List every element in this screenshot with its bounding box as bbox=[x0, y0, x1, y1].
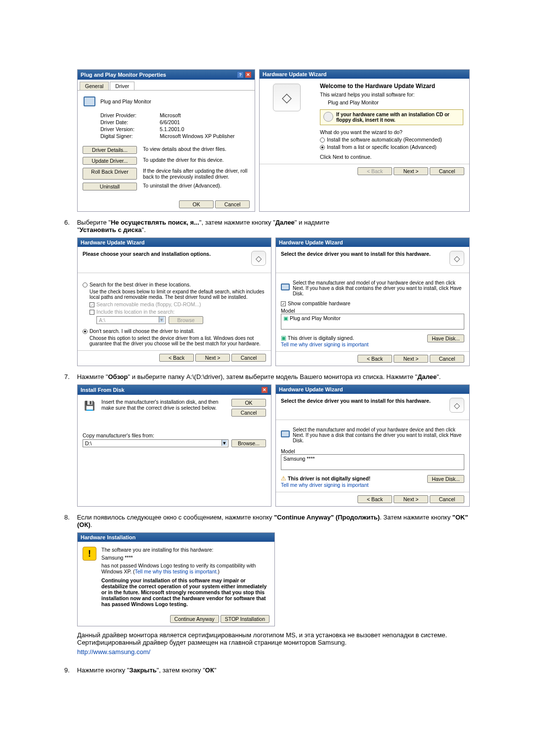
check-include-location: Include this location in the search: bbox=[83, 309, 266, 315]
hardware-update-wizard-search: Hardware Update Wizard Please choose you… bbox=[77, 237, 271, 366]
model-listbox[interactable]: Samsung **** bbox=[281, 454, 464, 470]
ok-button[interactable]: OK bbox=[179, 200, 214, 208]
window-title: Hardware Update Wizard bbox=[81, 239, 145, 245]
driver-details-desc: To view details about the driver files. bbox=[137, 146, 250, 154]
model-label: Model bbox=[281, 308, 464, 314]
copy-from-input[interactable]: D:\ bbox=[83, 439, 228, 447]
radio-search-locations[interactable]: Search for the best driver in these loca… bbox=[83, 282, 266, 287]
cancel-button[interactable]: Cancel bbox=[231, 409, 266, 417]
rollback-driver-button[interactable]: Roll Back Driver bbox=[83, 168, 137, 180]
help-icon[interactable]: ? bbox=[237, 71, 244, 78]
titlebar: Plug and Play Monitor Properties ? ✕ bbox=[78, 70, 255, 80]
driver-details-button[interactable]: Driver Details... bbox=[83, 146, 137, 154]
signed-text: This driver is digitally signed. bbox=[288, 335, 354, 341]
ok-button[interactable]: OK bbox=[231, 399, 266, 407]
wizard-icon: ◇ bbox=[273, 84, 301, 111]
dont-search-desc: Choose this option to select the device … bbox=[83, 335, 266, 346]
instruction-step-9: 9. Нажмите кнопку "Закрыть", затем кнопк… bbox=[77, 666, 470, 674]
radio-dont-search[interactable]: Don't search. I will choose the driver t… bbox=[83, 328, 266, 334]
next-button[interactable]: Next > bbox=[195, 354, 230, 362]
update-driver-desc: To update the driver for this device. bbox=[137, 157, 250, 165]
titlebar: Hardware Update Wizard bbox=[260, 70, 469, 79]
provider-value: Microsoft bbox=[160, 112, 181, 118]
back-button: < Back bbox=[357, 167, 392, 175]
window-title: Hardware Update Wizard bbox=[279, 386, 343, 392]
tell-me-link[interactable]: Tell me why driver signing is important bbox=[281, 482, 368, 488]
instruction-step-7: 7. Нажмите "Обзор" и выберите папку A:\(… bbox=[77, 373, 470, 380]
cd-icon bbox=[323, 112, 333, 122]
back-button[interactable]: < Back bbox=[159, 354, 194, 362]
wizard-header: Select the device driver you want to ins… bbox=[281, 251, 431, 257]
radio-list-location[interactable]: Install from a list or specific location… bbox=[320, 144, 463, 150]
cancel-button[interactable]: Cancel bbox=[231, 354, 266, 362]
stop-installation-button[interactable]: STOP Installation bbox=[221, 615, 269, 623]
tell-me-link[interactable]: Tell me why driver signing is important bbox=[281, 341, 368, 347]
date-label: Driver Date: bbox=[100, 119, 160, 125]
provider-label: Driver Provider: bbox=[100, 112, 160, 118]
model-label: Model bbox=[281, 448, 464, 454]
wizard-instr: Select the manufacturer and model of you… bbox=[293, 427, 464, 443]
warning-icon: ⚠ bbox=[281, 475, 286, 482]
next-button[interactable]: Next > bbox=[394, 167, 428, 175]
uninstall-button[interactable]: Uninstall bbox=[83, 183, 137, 190]
cancel-button[interactable]: Cancel bbox=[430, 355, 464, 363]
tab-driver[interactable]: Driver bbox=[110, 82, 134, 90]
tab-general[interactable]: General bbox=[80, 82, 109, 90]
hw-device: Samsung **** bbox=[101, 555, 269, 561]
shield-icon: ▣ bbox=[281, 334, 286, 341]
wizard-question: What do you want the wizard to do? bbox=[320, 129, 463, 135]
continue-anyway-button[interactable]: Continue Anyway bbox=[170, 615, 219, 623]
version-label: Driver Version: bbox=[100, 126, 160, 132]
wizard-heading: Welcome to the Hardware Update Wizard bbox=[320, 83, 463, 90]
hardware-update-wizard-select-compat: Hardware Update Wizard Select the device… bbox=[275, 237, 470, 366]
cd-hint-box: If your hardware came with an installati… bbox=[320, 109, 463, 125]
update-driver-button[interactable]: Update Driver... bbox=[83, 157, 137, 165]
device-icon bbox=[281, 280, 290, 294]
window-title: Hardware Update Wizard bbox=[279, 239, 343, 245]
cancel-button[interactable]: Cancel bbox=[430, 495, 464, 503]
window-title: Hardware Update Wizard bbox=[263, 71, 327, 77]
cancel-button[interactable]: Cancel bbox=[215, 200, 250, 208]
have-disk-button[interactable]: Have Disk... bbox=[427, 334, 464, 342]
browse-button[interactable]: Browse... bbox=[231, 439, 266, 447]
hardware-installation-dialog: Hardware Installation ! The software you… bbox=[77, 532, 275, 626]
certification-note: Данный драйвер монитора является сертифи… bbox=[77, 631, 463, 646]
samsung-link[interactable]: http://www.samsung.com/ bbox=[77, 648, 150, 656]
instruction-step-8: 8. Если появилось следующее окно с сообщ… bbox=[77, 514, 470, 528]
hw-warning-text: Continuing your installation of this sof… bbox=[101, 577, 267, 607]
close-icon[interactable]: ✕ bbox=[261, 386, 268, 393]
warning-icon: ! bbox=[83, 547, 96, 561]
monitor-properties-dialog: Plug and Play Monitor Properties ? ✕ Gen… bbox=[77, 69, 255, 212]
hardware-update-wizard-select-samsung: Hardware Update Wizard Select the device… bbox=[275, 384, 470, 507]
wizard-sidebar: ◇ bbox=[260, 79, 314, 164]
unsigned-text: This driver is not digitally signed! bbox=[288, 475, 370, 481]
close-icon[interactable]: ✕ bbox=[245, 71, 252, 78]
disk-icon: 💾 bbox=[83, 399, 96, 413]
check-show-compatible[interactable]: Show compatible hardware bbox=[281, 300, 464, 306]
model-listbox[interactable]: ▣ Plug and Play Monitor bbox=[281, 314, 464, 330]
wizard-intro: This wizard helps you install software f… bbox=[320, 92, 463, 97]
back-button[interactable]: < Back bbox=[357, 355, 392, 363]
radio-auto-install[interactable]: Install the software automatically (Reco… bbox=[320, 137, 463, 142]
have-disk-button[interactable]: Have Disk... bbox=[427, 475, 464, 483]
back-button[interactable]: < Back bbox=[357, 495, 392, 503]
version-value: 5.1.2001.0 bbox=[160, 126, 184, 132]
hw-line1: The software you are installing for this… bbox=[101, 547, 269, 553]
wizard-icon: ◇ bbox=[449, 398, 464, 413]
signer-value: Microsoft Windows XP Publisher bbox=[160, 133, 235, 139]
wizard-icon: ◇ bbox=[449, 251, 464, 266]
wizard-icon: ◇ bbox=[251, 251, 266, 266]
check-removable-media: Search removable media (floppy, CD-ROM..… bbox=[83, 301, 266, 307]
instr-text: Insert the manufacturer's installation d… bbox=[101, 399, 226, 417]
window-title: Hardware Installation bbox=[81, 534, 135, 540]
signer-label: Digital Signer: bbox=[100, 133, 160, 139]
cd-hint-text: If your hardware came with an installati… bbox=[336, 112, 460, 123]
monitor-icon bbox=[83, 94, 96, 108]
cancel-button[interactable]: Cancel bbox=[430, 167, 464, 175]
next-button[interactable]: Next > bbox=[394, 495, 428, 503]
testing-important-link[interactable]: Tell me why this testing is important. bbox=[135, 568, 218, 574]
wizard-header: Please choose your search and installati… bbox=[83, 251, 211, 257]
next-button[interactable]: Next > bbox=[394, 355, 428, 363]
window-title: Plug and Play Monitor Properties bbox=[81, 72, 166, 78]
hardware-update-wizard-welcome: Hardware Update Wizard ◇ Welcome to the … bbox=[259, 69, 470, 212]
